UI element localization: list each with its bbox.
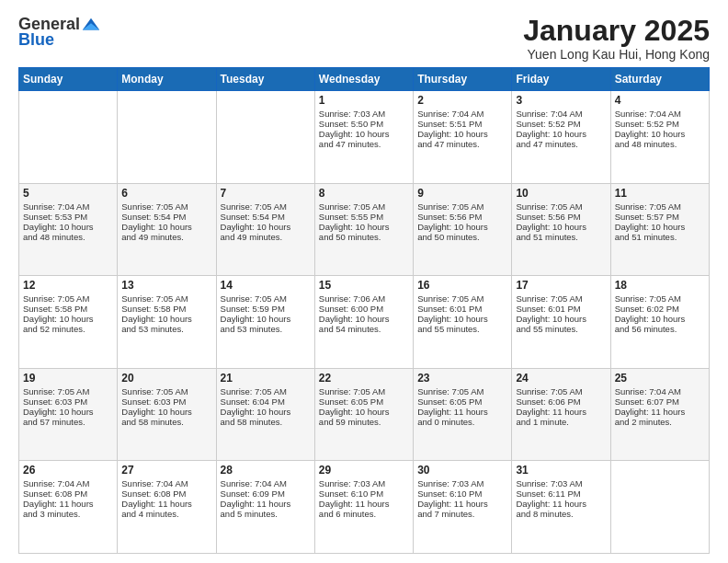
day-info-line: Daylight: 11 hours (417, 499, 507, 509)
day-info-line: Daylight: 10 hours (121, 407, 211, 417)
calendar-row: 1Sunrise: 7:03 AMSunset: 5:50 PMDaylight… (19, 91, 710, 184)
day-info-line: and 50 minutes. (319, 232, 409, 242)
day-info-line: Sunrise: 7:05 AM (319, 386, 409, 396)
table-row: 8Sunrise: 7:05 AMSunset: 5:55 PMDaylight… (314, 183, 413, 276)
table-row (118, 91, 216, 184)
day-info-line: Sunset: 5:54 PM (221, 212, 311, 222)
day-info-line: Sunrise: 7:05 AM (516, 293, 606, 304)
day-number: 23 (417, 372, 507, 385)
day-number: 20 (121, 372, 211, 385)
day-info-line: Daylight: 10 hours (121, 222, 211, 232)
day-info-line: Sunset: 6:01 PM (417, 304, 507, 314)
day-info-line: Sunset: 5:56 PM (417, 212, 507, 222)
day-info-line: Daylight: 10 hours (23, 222, 113, 232)
table-row: 26Sunrise: 7:04 AMSunset: 6:08 PMDayligh… (19, 461, 118, 554)
day-info-line: Sunset: 5:57 PM (615, 212, 705, 222)
day-info-line: and 49 minutes. (121, 232, 211, 242)
day-info-line: Daylight: 10 hours (615, 314, 705, 324)
day-number: 6 (121, 187, 211, 200)
day-info-line: Sunrise: 7:05 AM (615, 293, 705, 304)
calendar-subtitle: Yuen Long Kau Hui, Hong Kong (523, 47, 710, 62)
table-row (19, 91, 118, 184)
day-info-line: Daylight: 10 hours (319, 407, 409, 417)
table-row: 23Sunrise: 7:05 AMSunset: 6:05 PMDayligh… (414, 368, 512, 461)
day-number: 13 (121, 279, 211, 292)
table-row: 12Sunrise: 7:05 AMSunset: 5:58 PMDayligh… (19, 276, 118, 369)
day-info-line: Daylight: 10 hours (319, 222, 409, 232)
day-info-line: Sunrise: 7:05 AM (417, 293, 507, 304)
day-info-line: Daylight: 10 hours (221, 407, 311, 417)
day-info-line: Sunrise: 7:05 AM (516, 201, 606, 212)
day-info-line: Sunrise: 7:05 AM (23, 386, 113, 396)
calendar-row: 12Sunrise: 7:05 AMSunset: 5:58 PMDayligh… (19, 276, 710, 369)
day-number: 29 (319, 464, 409, 477)
day-number: 10 (516, 187, 606, 200)
day-info-line: Daylight: 10 hours (23, 407, 113, 417)
table-row: 11Sunrise: 7:05 AMSunset: 5:57 PMDayligh… (610, 183, 709, 276)
day-info-line: and 55 minutes. (417, 324, 507, 334)
day-info-line: Sunrise: 7:05 AM (417, 201, 507, 212)
table-row: 28Sunrise: 7:04 AMSunset: 6:09 PMDayligh… (216, 461, 314, 554)
day-info-line: Sunrise: 7:05 AM (121, 386, 211, 396)
day-info-line: Sunrise: 7:04 AM (615, 109, 705, 119)
day-info-line: Daylight: 11 hours (319, 499, 409, 509)
col-friday: Friday (512, 68, 610, 91)
table-row: 10Sunrise: 7:05 AMSunset: 5:56 PMDayligh… (512, 183, 610, 276)
day-info-line: Sunrise: 7:04 AM (615, 386, 705, 396)
table-row: 16Sunrise: 7:05 AMSunset: 6:01 PMDayligh… (414, 276, 512, 369)
day-number: 30 (417, 464, 507, 477)
day-info-line: Sunset: 6:05 PM (417, 396, 507, 407)
logo-blue: Blue (18, 31, 54, 50)
day-info-line: Daylight: 10 hours (615, 222, 705, 232)
day-info-line: Sunset: 6:00 PM (319, 304, 409, 314)
day-info-line: Sunset: 5:52 PM (516, 119, 606, 129)
day-info-line: Sunrise: 7:04 AM (121, 478, 211, 488)
day-info-line: and 8 minutes. (516, 509, 606, 519)
day-info-line: Daylight: 10 hours (221, 222, 311, 232)
day-info-line: and 2 minutes. (615, 417, 705, 427)
day-number: 4 (615, 94, 705, 107)
day-number: 8 (319, 187, 409, 200)
day-info-line: Daylight: 10 hours (417, 129, 507, 139)
day-number: 12 (23, 279, 113, 292)
day-info-line: Sunset: 6:03 PM (23, 396, 113, 407)
day-info-line: Sunset: 6:02 PM (615, 304, 705, 314)
table-row: 24Sunrise: 7:05 AMSunset: 6:06 PMDayligh… (512, 368, 610, 461)
header: General Blue January 2025 Yuen Long Kau … (18, 15, 710, 62)
day-info-line: and 0 minutes. (417, 417, 507, 427)
day-info-line: and 48 minutes. (23, 232, 113, 242)
day-number: 5 (23, 187, 113, 200)
day-info-line: Sunset: 6:10 PM (417, 488, 507, 499)
day-info-line: Sunrise: 7:05 AM (221, 386, 311, 396)
day-info-line: Sunrise: 7:04 AM (23, 201, 113, 212)
day-info-line: Sunrise: 7:05 AM (319, 201, 409, 212)
day-number: 24 (516, 372, 606, 385)
page: General Blue January 2025 Yuen Long Kau … (0, 0, 728, 563)
day-info-line: Sunset: 5:53 PM (23, 212, 113, 222)
table-row: 9Sunrise: 7:05 AMSunset: 5:56 PMDaylight… (414, 183, 512, 276)
logo: General Blue (18, 15, 101, 50)
day-info-line: Daylight: 10 hours (221, 314, 311, 324)
day-number: 26 (23, 464, 113, 477)
day-info-line: Daylight: 10 hours (516, 129, 606, 139)
day-info-line: Daylight: 11 hours (516, 407, 606, 417)
day-info-line: Sunset: 6:05 PM (319, 396, 409, 407)
day-info-line: Sunset: 6:08 PM (121, 488, 211, 499)
table-row: 6Sunrise: 7:05 AMSunset: 5:54 PMDaylight… (118, 183, 216, 276)
day-info-line: and 4 minutes. (121, 509, 211, 519)
day-info-line: Sunrise: 7:06 AM (319, 293, 409, 304)
day-info-line: and 52 minutes. (23, 324, 113, 334)
day-info-line: Sunset: 6:03 PM (121, 396, 211, 407)
day-info-line: Sunset: 6:06 PM (516, 396, 606, 407)
day-number: 17 (516, 279, 606, 292)
day-info-line: Sunset: 5:56 PM (516, 212, 606, 222)
day-info-line: and 47 minutes. (417, 139, 507, 149)
day-info-line: Daylight: 10 hours (319, 314, 409, 324)
day-number: 7 (221, 187, 311, 200)
day-info-line: Sunset: 6:10 PM (319, 488, 409, 499)
day-info-line: Sunrise: 7:03 AM (319, 109, 409, 119)
day-info-line: Daylight: 11 hours (615, 407, 705, 417)
day-info-line: and 7 minutes. (417, 509, 507, 519)
day-number: 22 (319, 372, 409, 385)
table-row: 14Sunrise: 7:05 AMSunset: 5:59 PMDayligh… (216, 276, 314, 369)
